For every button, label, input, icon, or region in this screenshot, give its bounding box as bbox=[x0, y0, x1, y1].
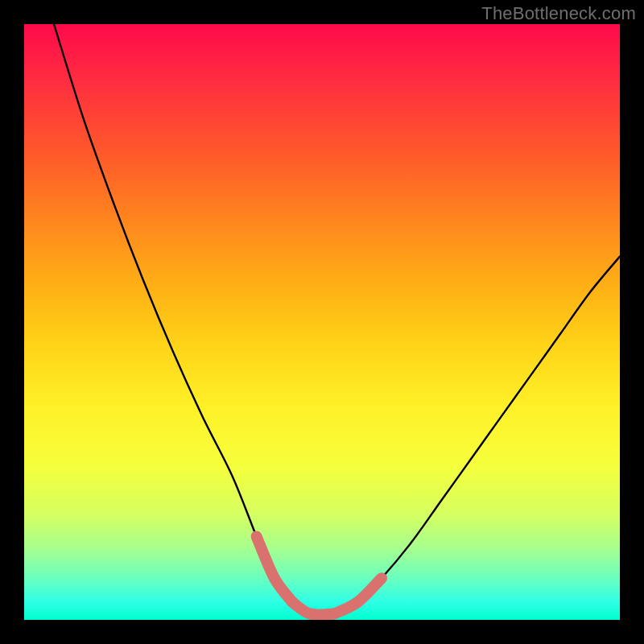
left-highlight bbox=[257, 536, 292, 601]
plot-svg bbox=[24, 24, 620, 620]
watermark-text: TheBottleneck.com bbox=[481, 3, 636, 24]
flat-highlight bbox=[292, 602, 334, 615]
chart-stage: TheBottleneck.com bbox=[0, 0, 644, 644]
bottleneck-curve bbox=[54, 24, 620, 615]
right-highlight bbox=[334, 578, 382, 613]
plot-area bbox=[24, 24, 620, 620]
highlight-group bbox=[257, 536, 382, 614]
